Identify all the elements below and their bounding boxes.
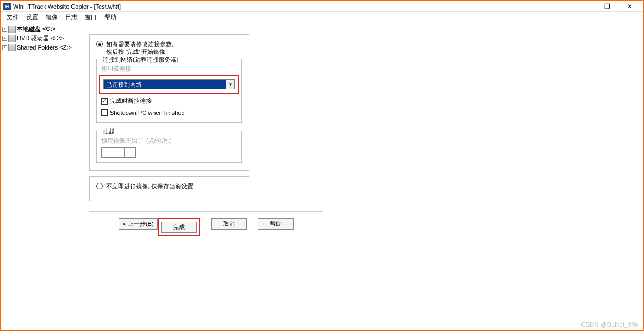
menu-file[interactable]: 文件 [3,13,22,22]
drive-icon [8,35,16,42]
checkbox-shutdown[interactable]: Shutdown PC when finished [101,109,237,116]
dropdown-value: 已连接到网络 [104,80,226,89]
fieldset-network: 连接到网络(远程连接服务器) 使用该连接: 已连接到网络 ▼ ✓ 完成时断掉连接 [96,59,242,123]
fieldset-legend: 挂起 [101,127,116,136]
title-bar: H WinHTTrack Website Copier - [Test.whtt… [1,1,643,12]
help-button[interactable]: 帮助 [258,218,294,230]
menu-log[interactable]: 日志 [62,13,81,22]
connection-dropdown[interactable]: 已连接到网络 ▼ [103,79,235,89]
highlight-box: 完成 [158,218,200,236]
expand-icon[interactable]: + [2,27,7,32]
radio-label: 如有需要请修改连接参数, 然后按 '完成' 开始镜像 [106,40,174,56]
hint-label: 使用该连接: [101,65,237,73]
app-icon: H [3,3,11,10]
radio-start-mirror[interactable]: 如有需要请修改连接参数, 然后按 '完成' 开始镜像 [96,40,242,56]
checkbox-label: 完成时断掉连接 [110,97,152,105]
time-inputs [101,147,237,158]
menu-mirror[interactable]: 镜像 [42,13,61,22]
watermark: CSDN @DLNot_996 [581,321,639,328]
checkbox-icon [101,109,108,116]
tree-item-c-drive[interactable]: + 本地磁盘 <C:> [2,24,79,34]
maximize-button[interactable]: ❐ [600,3,614,10]
top-panel: 如有需要请修改连接参数, 然后按 '完成' 开始镜像 连接到网络(远程连接服务器… [89,34,249,171]
checkbox-disconnect[interactable]: ✓ 完成时断掉连接 [101,97,237,105]
tree-label: Shared Folders <Z:> [17,44,72,51]
minutes-input[interactable] [113,147,125,158]
finish-button[interactable]: 完成 [161,222,197,233]
radio-label: 不立即进行镜像, 仅保存当前设置 [106,182,193,190]
tree-label: 本地磁盘 <C:> [17,25,56,33]
menu-settings[interactable]: 设置 [23,13,41,22]
tree-item-d-drive[interactable]: + DVD 驱动器 <D:> [2,34,79,43]
window-controls: — ❐ ✕ [578,3,641,10]
main-content: 如有需要请修改连接参数, 然后按 '完成' 开始镜像 连接到网络(远程连接服务器… [81,22,643,330]
highlight-box: 已连接到网络 ▼ [99,75,239,94]
cancel-button[interactable]: 取消 [211,218,247,230]
menu-help[interactable]: 帮助 [101,13,120,22]
radio-icon [96,41,103,47]
divider [89,211,323,212]
minimize-button[interactable]: — [578,3,591,10]
hint-label: 预定镜像开始于: (点/分/秒) [101,137,237,145]
app-window: H WinHTTrack Website Copier - [Test.whtt… [0,0,644,331]
tree-label: DVD 驱动器 <D:> [17,34,64,42]
fieldset-legend: 连接到网络(远程连接服务器) [101,56,180,64]
body-split: + 本地磁盘 <C:> + DVD 驱动器 <D:> + Shared Fold… [1,22,643,330]
window-title: WinHTTrack Website Copier - [Test.whtt] [13,3,578,10]
expand-icon[interactable]: + [2,45,7,50]
seconds-input[interactable] [124,147,136,158]
sidebar: + 本地磁盘 <C:> + DVD 驱动器 <D:> + Shared Fold… [1,22,81,330]
hours-input[interactable] [101,147,113,158]
back-button[interactable]: < 上一步(B) [119,218,158,230]
chevron-down-icon[interactable]: ▼ [226,80,234,89]
close-button[interactable]: ✕ [623,3,636,10]
tree-item-z-drive[interactable]: + Shared Folders <Z:> [2,43,79,52]
drive-icon [8,26,16,33]
radio-save-only[interactable]: 不立即进行镜像, 仅保存当前设置 [96,182,242,190]
fieldset-suspend: 挂起 预定镜像开始于: (点/分/秒) [96,131,242,163]
bottom-panel: 不立即进行镜像, 仅保存当前设置 [89,176,249,201]
expand-icon[interactable]: + [2,36,7,41]
drive-icon [8,44,16,51]
radio-icon [96,183,103,189]
menu-bar: 文件 设置 镜像 日志 窗口 帮助 [1,12,643,22]
checkbox-label: Shutdown PC when finished [110,109,185,116]
button-row: < 上一步(B) 完成 取消 帮助 [89,218,323,236]
checkbox-icon: ✓ [101,98,108,105]
menu-window[interactable]: 窗口 [82,13,100,22]
